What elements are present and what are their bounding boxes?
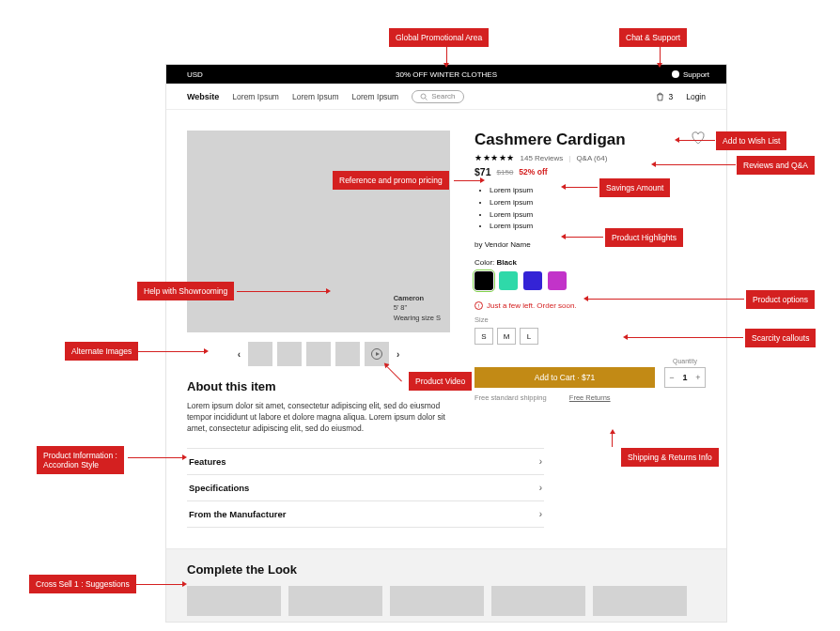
accordion-label: Specifications bbox=[189, 483, 249, 493]
annot-scarcity: Scarcity callouts bbox=[745, 329, 816, 347]
currency-selector[interactable]: USD bbox=[187, 70, 203, 79]
brand-logo[interactable]: Website bbox=[187, 92, 219, 101]
accordion-label: From the Manufacturer bbox=[189, 509, 286, 519]
buy-column: Cashmere Cardigan ★★★★★ 145 Reviews | Q&… bbox=[474, 131, 706, 528]
quantity-stepper[interactable]: − 1 + bbox=[664, 367, 706, 388]
model-name: Cameron bbox=[394, 294, 441, 304]
annot-savings: Savings Amount bbox=[599, 178, 670, 197]
bag-icon bbox=[656, 92, 664, 101]
nav-link-1[interactable]: Lorem Ipsum bbox=[232, 92, 279, 101]
price-row: $71 $150 52% off bbox=[474, 166, 706, 177]
thumbnail-3[interactable] bbox=[306, 342, 331, 366]
thumb-prev[interactable]: ‹ bbox=[235, 349, 243, 360]
ctl-item[interactable] bbox=[187, 586, 281, 616]
annot-global-promo: Global Promotional Area bbox=[389, 28, 489, 47]
thumb-next[interactable]: › bbox=[394, 349, 402, 360]
nav-link-2[interactable]: Lorem Ipsum bbox=[292, 92, 339, 101]
qty-minus[interactable]: − bbox=[665, 373, 678, 382]
annot-alt-images: Alternate Images bbox=[65, 342, 138, 361]
play-icon bbox=[371, 348, 382, 360]
annot-shipreturns: Shipping & Returns Info bbox=[621, 448, 719, 467]
annot-showrooming: Help with Showrooming bbox=[137, 282, 234, 300]
ctl-heading: Complete the Look bbox=[187, 562, 706, 577]
login-link[interactable]: Login bbox=[686, 92, 706, 101]
highlight-item: Lorem ipsum bbox=[490, 197, 706, 209]
annot-cross-sell: Cross Sell 1 : Suggestions bbox=[29, 575, 136, 593]
thumbnail-2[interactable] bbox=[277, 342, 302, 366]
annot-ref-pricing: Reference and promo pricing bbox=[333, 171, 449, 190]
original-price: $150 bbox=[497, 168, 514, 177]
swatch-teal[interactable] bbox=[499, 271, 518, 290]
highlights-list: Lorem ipsum Lorem ipsum Lorem ipsum Lore… bbox=[474, 185, 706, 233]
size-s[interactable]: S bbox=[474, 328, 493, 345]
model-wearing: Wearing size S bbox=[394, 314, 441, 324]
scarcity-callout: ! Just a few left. Order soon. bbox=[474, 301, 706, 310]
complete-the-look: Complete the Look bbox=[166, 548, 726, 622]
search-input[interactable]: Search bbox=[412, 90, 463, 103]
wishlist-button[interactable] bbox=[691, 131, 706, 146]
model-height: 5' 8" bbox=[394, 303, 441, 314]
heart-icon bbox=[691, 131, 706, 146]
model-info: Cameron 5' 8" Wearing size S bbox=[394, 294, 441, 324]
size-m[interactable]: M bbox=[497, 328, 516, 345]
search-icon bbox=[420, 93, 428, 100]
qty-plus[interactable]: + bbox=[692, 373, 705, 382]
current-price: $71 bbox=[474, 166, 491, 177]
add-to-cart-button[interactable]: Add to Cart · $71 bbox=[474, 367, 655, 388]
thumbnail-4[interactable] bbox=[335, 342, 360, 366]
highlight-item: Lorem ipsum bbox=[490, 185, 706, 197]
swatch-magenta[interactable] bbox=[548, 271, 567, 290]
about-body: Lorem ipsum dolor sit amet, consectetur … bbox=[187, 401, 450, 435]
size-label: Size bbox=[474, 316, 706, 324]
ctl-item[interactable] bbox=[491, 586, 585, 616]
color-swatches bbox=[474, 271, 706, 290]
nav-link-3[interactable]: Lorem Ipsum bbox=[352, 92, 399, 101]
thumbnail-strip: ‹ › bbox=[187, 342, 450, 366]
chat-icon bbox=[672, 70, 679, 78]
navbar: Website Lorem Ipsum Lorem Ipsum Lorem Ip… bbox=[166, 84, 726, 110]
quantity-label: Quantity bbox=[673, 358, 697, 364]
scarcity-text: Just a few left. Order soon. bbox=[487, 301, 577, 310]
search-placeholder: Search bbox=[431, 92, 455, 100]
annot-chat-support: Chat & Support bbox=[619, 28, 687, 47]
color-label: Color: Black bbox=[474, 258, 706, 267]
promo-text: 30% OFF WINTER CLOTHES bbox=[396, 70, 497, 79]
swatch-blue[interactable] bbox=[523, 271, 542, 290]
qty-value: 1 bbox=[678, 373, 692, 382]
free-returns-link[interactable]: Free Returns bbox=[569, 393, 611, 402]
support-label: Support bbox=[683, 70, 709, 79]
main-product-image[interactable]: Cameron 5' 8" Wearing size S bbox=[187, 131, 450, 332]
star-icons: ★★★★★ bbox=[474, 153, 515, 162]
ctl-item[interactable] bbox=[288, 586, 382, 616]
shipping-row: Free standard shipping Free Returns bbox=[474, 393, 706, 402]
annot-accordion: Product Information : Accordion Style bbox=[37, 446, 124, 474]
annot-reviews-qa: Reviews and Q&A bbox=[737, 156, 815, 175]
product-title: Cashmere Cardigan bbox=[474, 131, 626, 149]
annot-product-options: Product options bbox=[746, 290, 815, 309]
ctl-item[interactable] bbox=[593, 586, 687, 616]
thumbnail-1[interactable] bbox=[248, 342, 272, 366]
product-page: USD 30% OFF WINTER CLOTHES Support Websi… bbox=[165, 64, 727, 623]
rating-row[interactable]: ★★★★★ 145 Reviews | Q&A (64) bbox=[474, 153, 706, 162]
swatch-black[interactable] bbox=[474, 271, 493, 290]
annot-video: Product Video bbox=[409, 372, 472, 391]
cart-link[interactable]: 3 bbox=[656, 92, 673, 101]
gallery-column: Cameron 5' 8" Wearing size S ‹ › About t… bbox=[187, 131, 450, 528]
qa-count: Q&A (64) bbox=[576, 154, 607, 162]
annot-add-wishlist: Add to Wish List bbox=[716, 131, 786, 150]
cart-count: 3 bbox=[668, 92, 673, 101]
free-shipping-text: Free standard shipping bbox=[474, 393, 547, 402]
support-link[interactable]: Support bbox=[672, 70, 709, 79]
svg-line-1 bbox=[426, 98, 428, 100]
highlight-item: Lorem ipsum bbox=[490, 209, 706, 222]
reviews-count: 145 Reviews bbox=[521, 154, 564, 162]
ctl-item[interactable] bbox=[390, 586, 484, 616]
discount-percent: 52% off bbox=[519, 167, 547, 177]
accordion-label: Features bbox=[189, 456, 226, 467]
annot-highlights: Product Highlights bbox=[605, 228, 683, 247]
size-l[interactable]: L bbox=[520, 328, 538, 345]
alert-icon: ! bbox=[474, 301, 483, 310]
svg-point-0 bbox=[421, 94, 426, 99]
promo-bar: USD 30% OFF WINTER CLOTHES Support bbox=[166, 65, 726, 84]
